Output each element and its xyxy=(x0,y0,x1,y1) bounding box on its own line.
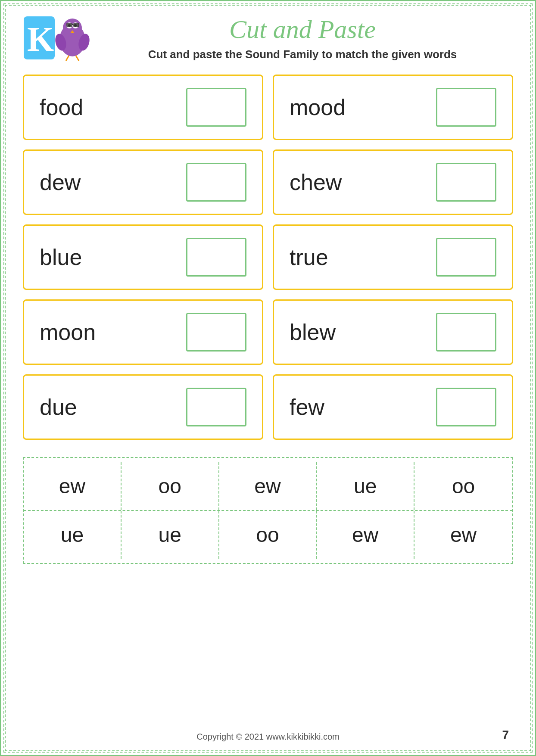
svg-line-14 xyxy=(66,56,69,61)
paste-box-dew[interactable] xyxy=(186,163,246,202)
cut-cell-ew-1[interactable]: ew xyxy=(24,462,122,510)
word-card-blue: blue xyxy=(23,224,263,290)
cut-cell-ue-1[interactable]: ue xyxy=(317,462,414,510)
paste-box-blew[interactable] xyxy=(436,313,496,352)
cut-cell-ew-2[interactable]: ew xyxy=(219,462,317,510)
svg-text:K: K xyxy=(27,20,54,58)
cut-cell-ew-4[interactable]: ew xyxy=(414,511,512,559)
word-card-food: food xyxy=(23,75,263,140)
paste-box-due[interactable] xyxy=(186,388,246,426)
cut-row-1: ew oo ew ue oo xyxy=(24,462,512,511)
svg-rect-9 xyxy=(73,23,79,27)
svg-point-3 xyxy=(63,19,82,37)
word-card-mood: mood xyxy=(273,75,513,140)
word-mood: mood xyxy=(290,94,346,120)
word-card-moon: moon xyxy=(23,299,263,365)
logo: K xyxy=(23,14,92,62)
paste-box-food[interactable] xyxy=(186,88,246,127)
word-card-blew: blew xyxy=(273,299,513,365)
paste-box-blue[interactable] xyxy=(186,238,246,277)
copyright: Copyright © 2021 www.kikkibikki.com xyxy=(196,732,340,742)
word-due: due xyxy=(40,394,77,420)
paste-box-few[interactable] xyxy=(436,388,496,426)
cut-row-2: ue ue oo ew ew xyxy=(24,511,512,559)
word-card-true: true xyxy=(273,224,513,290)
cut-cell-oo-1[interactable]: oo xyxy=(122,462,219,510)
page-title: Cut and Paste xyxy=(92,15,513,44)
word-blew: blew xyxy=(290,319,336,345)
page-subtitle: Cut and paste the Sound Family to match … xyxy=(92,48,513,61)
word-card-chew: chew xyxy=(273,149,513,215)
word-moon: moon xyxy=(40,319,96,345)
cut-section: ew oo ew ue oo ue ue oo ew ew xyxy=(23,457,513,564)
word-blue: blue xyxy=(40,244,82,270)
cut-cell-oo-2[interactable]: oo xyxy=(414,462,512,510)
paste-box-mood[interactable] xyxy=(436,88,496,127)
svg-line-15 xyxy=(76,56,79,61)
word-true: true xyxy=(290,244,328,270)
header-text: Cut and Paste Cut and paste the Sound Fa… xyxy=(92,15,513,61)
svg-rect-8 xyxy=(66,23,72,27)
paste-box-moon[interactable] xyxy=(186,313,246,352)
word-dew: dew xyxy=(40,169,81,195)
word-few: few xyxy=(290,394,324,420)
cut-cell-oo-3[interactable]: oo xyxy=(219,511,317,559)
word-card-few: few xyxy=(273,374,513,440)
word-food: food xyxy=(40,94,83,120)
page-number: 7 xyxy=(502,728,509,742)
page: K xyxy=(0,0,536,756)
cut-cell-ue-3[interactable]: ue xyxy=(122,511,219,559)
paste-box-chew[interactable] xyxy=(436,163,496,202)
cards-grid: food mood dew chew blue true moon xyxy=(23,75,513,440)
cut-cell-ew-3[interactable]: ew xyxy=(317,511,414,559)
header: K xyxy=(23,14,513,62)
paste-box-true[interactable] xyxy=(436,238,496,277)
cut-cell-ue-2[interactable]: ue xyxy=(24,511,122,559)
footer: Copyright © 2021 www.kikkibikki.com xyxy=(1,732,535,742)
word-chew: chew xyxy=(290,169,342,195)
word-card-due: due xyxy=(23,374,263,440)
word-card-dew: dew xyxy=(23,149,263,215)
